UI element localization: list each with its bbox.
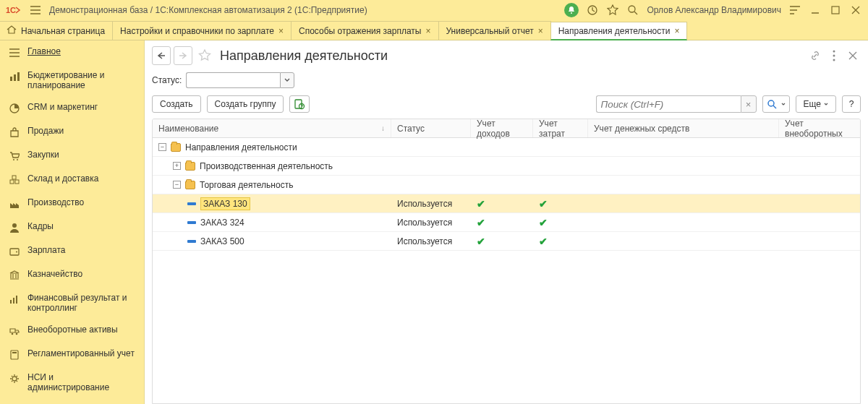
- sidebar-item-fixed-assets[interactable]: Внеоборотные активы: [0, 319, 144, 343]
- status-combo[interactable]: [186, 72, 294, 88]
- bars-icon: [9, 293, 20, 305]
- tab-close-icon[interactable]: ×: [278, 26, 284, 36]
- tab-close-icon[interactable]: ×: [674, 26, 679, 36]
- link-icon[interactable]: [807, 48, 823, 64]
- create-button[interactable]: Создать: [152, 95, 201, 113]
- refresh-button[interactable]: [289, 95, 310, 113]
- col-status[interactable]: Статус: [391, 119, 471, 137]
- close-icon[interactable]: [849, 4, 862, 17]
- sidebar-item-main[interactable]: Главное: [0, 40, 144, 64]
- search-icon[interactable]: [626, 4, 639, 17]
- search-box[interactable]: ×: [596, 95, 757, 113]
- table-row[interactable]: − Направления деятельности: [153, 138, 860, 157]
- svg-point-1: [571, 12, 572, 14]
- star-icon[interactable]: [606, 4, 619, 17]
- sidebar-item-production[interactable]: Производство: [0, 192, 144, 215]
- check-icon: ✔: [477, 217, 485, 228]
- help-button[interactable]: ?: [842, 95, 861, 113]
- create-group-button[interactable]: Создать группу: [207, 95, 284, 113]
- sidebar-item-finresult[interactable]: Финансовый результат и контроллинг: [0, 287, 144, 319]
- hamburger-icon[interactable]: [29, 4, 42, 17]
- person-icon: [9, 222, 20, 233]
- table-row[interactable]: + Производственная деятельность: [153, 157, 860, 176]
- sidebar-item-label: Закупки: [27, 150, 135, 160]
- sidebar-item-label: CRM и маркетинг: [27, 102, 135, 112]
- minimize-icon[interactable]: [809, 4, 822, 17]
- search-clear-button[interactable]: ×: [741, 95, 757, 113]
- row-name: Производственная деятельность: [200, 161, 333, 171]
- svg-point-26: [833, 55, 835, 57]
- status-label: Статус:: [152, 75, 182, 85]
- expander-icon[interactable]: −: [158, 143, 166, 151]
- svg-rect-5: [10, 77, 12, 81]
- sidebar-item-crm[interactable]: CRM и маркетинг: [0, 96, 144, 120]
- row-name: ЗАКАЗ 500: [200, 236, 244, 246]
- sidebar-item-label: Казначейство: [27, 269, 135, 279]
- search-input[interactable]: [596, 95, 741, 113]
- check-icon: ✔: [539, 198, 548, 210]
- sidebar-item-label: Главное: [27, 46, 135, 56]
- more-button[interactable]: Еще: [796, 95, 836, 113]
- tab-label: Способы отражения зарплаты: [299, 26, 421, 36]
- svg-point-10: [17, 159, 18, 160]
- truck-icon: [9, 325, 20, 337]
- col-fixed[interactable]: Учет внеоборотных: [779, 119, 860, 137]
- svg-point-14: [12, 223, 17, 228]
- sidebar-item-regulated[interactable]: Регламентированный учет: [0, 343, 144, 366]
- window-title: Демонстрационная база / 1С:Комплексная а…: [49, 5, 367, 15]
- table-row[interactable]: − Торговая деятельность: [153, 176, 860, 194]
- expander-icon[interactable]: +: [173, 162, 181, 170]
- svg-rect-22: [11, 351, 18, 359]
- maximize-icon[interactable]: [829, 4, 842, 17]
- svg-text:1С: 1С: [6, 6, 16, 14]
- status-input[interactable]: [186, 72, 280, 88]
- table-row[interactable]: ЗАКАЗ 130 Используется ✔ ✔: [153, 194, 860, 213]
- sidebar-item-label: НСИ и администрирование: [27, 372, 135, 392]
- tab-payroll-settings[interactable]: Настройки и справочники по зарплате ×: [112, 21, 292, 40]
- sidebar-item-label: Внеоборотные активы: [27, 325, 135, 335]
- notifications-icon[interactable]: [564, 3, 579, 17]
- find-button[interactable]: [762, 95, 790, 113]
- tab-universal-report[interactable]: Универсальный отчет ×: [438, 21, 551, 40]
- tab-close-icon[interactable]: ×: [538, 26, 543, 36]
- tab-activity-directions[interactable]: Направления деятельности ×: [550, 22, 688, 40]
- tab-close-icon[interactable]: ×: [426, 26, 431, 36]
- tab-strip: Начальная страница Настройки и справочни…: [0, 20, 868, 40]
- nav-back-button[interactable]: [152, 46, 171, 65]
- sidebar-item-hr[interactable]: Кадры: [0, 215, 144, 239]
- sidebar-item-warehouse[interactable]: Склад и доставка: [0, 168, 144, 192]
- col-income[interactable]: Учет доходов: [471, 119, 533, 137]
- sidebar-item-budgeting[interactable]: Бюджетирование и планирование: [0, 64, 144, 96]
- nav-forward-button[interactable]: [174, 46, 192, 65]
- col-expense[interactable]: Учет затрат: [533, 119, 588, 137]
- history-icon[interactable]: [586, 4, 599, 17]
- sidebar-item-purchases[interactable]: Закупки: [0, 144, 144, 168]
- kebab-icon[interactable]: [826, 48, 842, 64]
- table-row[interactable]: ЗАКАЗ 500 Используется ✔ ✔: [153, 232, 860, 251]
- status-dropdown-button[interactable]: [280, 72, 294, 88]
- tab-label: Универсальный отчет: [446, 26, 534, 36]
- table-row[interactable]: ЗАКАЗ 324 Используется ✔ ✔: [153, 213, 860, 232]
- expander-icon[interactable]: −: [173, 181, 181, 189]
- svg-rect-4: [832, 7, 839, 14]
- tab-home[interactable]: Начальная страница: [0, 21, 113, 40]
- col-name[interactable]: Наименование↓: [153, 119, 391, 137]
- sidebar-item-label: Производство: [27, 197, 135, 207]
- item-icon: [187, 221, 196, 224]
- close-page-icon[interactable]: [845, 48, 861, 64]
- sidebar-item-salary[interactable]: Зарплата: [0, 239, 144, 263]
- svg-rect-23: [12, 352, 17, 353]
- settings-lines-icon[interactable]: [788, 4, 801, 17]
- status-filter-row: Статус:: [152, 72, 861, 88]
- list-toolbar: Создать Создать группу × Еще ?: [152, 95, 861, 113]
- sidebar-item-treasury[interactable]: Казначейство: [0, 263, 144, 287]
- tab-payroll-methods[interactable]: Способы отражения зарплаты ×: [291, 21, 439, 40]
- cart-icon: [9, 150, 20, 162]
- sidebar-item-sales[interactable]: Продажи: [0, 120, 144, 144]
- sidebar-item-nsi[interactable]: НСИ и администрирование: [0, 366, 144, 398]
- bank-icon: [9, 270, 20, 281]
- button-label: Создать группу: [215, 99, 276, 109]
- row-status: Используется: [391, 194, 471, 212]
- col-cash[interactable]: Учет денежных средств: [588, 119, 779, 137]
- favorite-button[interactable]: [195, 46, 214, 65]
